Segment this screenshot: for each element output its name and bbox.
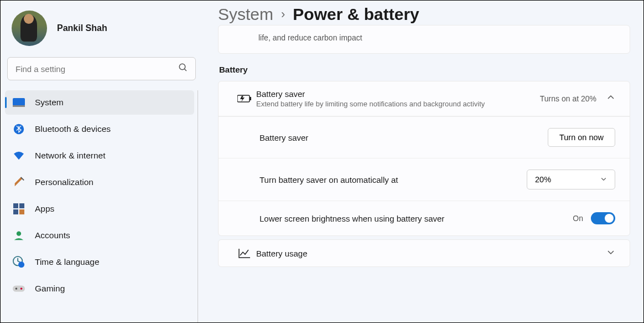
chevron-down-icon [606,248,615,259]
sidebar-item-gaming[interactable]: Gaming [5,276,194,301]
svg-rect-7 [13,209,18,214]
battery-saver-status: Turns on at 20% [540,94,596,103]
sidebar-item-apps[interactable]: Apps [5,197,194,221]
profile-name: Pankil Shah [57,23,107,33]
battery-saver-title: Battery saver [256,89,540,99]
battery-usage-title: Battery usage [256,249,606,258]
lower-brightness-toggle[interactable] [591,212,615,224]
power-mode-desc: life, and reduce carbon impact [219,25,630,53]
sidebar-item-accounts[interactable]: Accounts [5,223,194,248]
battery-usage-card[interactable]: Battery usage [218,239,630,267]
chart-icon [233,248,256,259]
turn-on-now-button[interactable]: Turn on now [548,128,615,147]
battery-saver-desc: Extend battery life by limiting some not… [256,100,533,108]
sidebar-item-label: Network & internet [35,151,106,161]
breadcrumb-parent[interactable]: System [218,5,273,24]
battery-saver-toggle-row: Battery saver Turn on now [219,116,630,158]
clock-globe-icon [13,256,25,268]
bluetooth-icon [13,123,25,135]
search-input[interactable] [7,57,196,80]
battery-saver-threshold-select[interactable]: 20% [527,170,615,189]
breadcrumb-current: Power & battery [293,5,419,24]
sidebar: Pankil Shah System Bluetooth & devices N… [1,1,202,322]
battery-saver-icon [233,94,256,104]
svg-line-1 [184,69,186,71]
person-icon [13,229,25,242]
svg-point-9 [17,232,21,236]
chevron-right-icon: › [281,7,285,22]
system-icon [13,96,25,109]
lower-brightness-label: Lower screen brightness when using batte… [259,214,573,223]
svg-point-11 [18,262,24,268]
select-value: 20% [535,175,551,184]
chevron-up-icon [606,93,615,104]
battery-saver-header[interactable]: Battery saver Extend battery life by lim… [219,81,630,116]
section-battery-title: Battery [219,65,629,74]
svg-point-14 [20,288,23,290]
sidebar-item-label: Personalization [35,177,94,187]
search-wrap [7,57,196,80]
sidebar-item-label: Time & language [35,257,100,267]
battery-saver-auto-row: Turn battery saver on automatically at 2… [219,158,630,201]
svg-rect-16 [250,97,251,100]
sidebar-item-system[interactable]: System [5,90,194,115]
chevron-down-icon [600,175,607,184]
gamepad-icon [13,283,25,295]
sidebar-item-label: Bluetooth & devices [35,124,111,134]
svg-rect-8 [19,209,24,214]
nav: System Bluetooth & devices Network & int… [5,90,198,322]
sidebar-item-personalization[interactable]: Personalization [5,170,194,194]
toggle-state-text: On [573,214,583,223]
battery-saver-card: Battery saver Extend battery life by lim… [218,81,630,236]
brush-icon [13,176,25,188]
apps-icon [13,203,25,215]
sidebar-item-label: Gaming [35,284,65,294]
svg-rect-3 [13,105,25,107]
lower-brightness-row: Lower screen brightness when using batte… [219,201,630,235]
svg-rect-12 [13,286,25,292]
profile[interactable]: Pankil Shah [5,6,198,54]
sidebar-item-label: Accounts [35,230,70,240]
sidebar-item-bluetooth[interactable]: Bluetooth & devices [5,117,194,141]
wifi-icon [13,150,25,162]
breadcrumb: System › Power & battery [218,5,630,24]
svg-rect-2 [13,98,25,106]
battery-saver-auto-label: Turn battery saver on automatically at [259,175,527,184]
search-icon [178,63,188,75]
sidebar-item-network[interactable]: Network & internet [5,143,194,168]
svg-point-0 [179,64,185,70]
svg-point-13 [15,288,18,290]
svg-rect-6 [19,203,24,208]
sidebar-item-time-language[interactable]: Time & language [5,250,194,274]
battery-saver-toggle-label: Battery saver [259,133,548,142]
power-mode-card[interactable]: life, and reduce carbon impact [218,25,630,54]
avatar [12,11,47,46]
sidebar-item-label: System [35,98,64,107]
main: System › Power & battery life, and reduc… [202,1,643,322]
sidebar-item-label: Apps [35,204,54,214]
svg-rect-5 [13,203,18,208]
